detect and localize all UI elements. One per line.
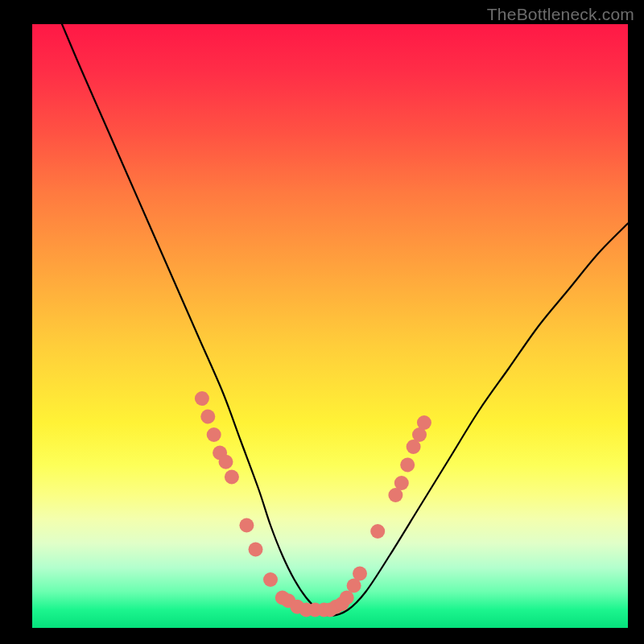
curve-marker (207, 427, 221, 442)
curve-marker (417, 415, 431, 430)
watermark-text: TheBottleneck.com (487, 5, 634, 24)
curve-marker (200, 410, 215, 424)
curve-marker (239, 518, 254, 533)
curve-markers (195, 391, 431, 617)
curve-marker (219, 455, 233, 469)
curve-marker (195, 391, 209, 406)
curve-marker (370, 524, 385, 539)
curve-marker (225, 470, 239, 485)
curve-marker (394, 476, 409, 490)
curve-marker (340, 591, 354, 605)
curve-marker (263, 572, 278, 587)
curve-marker (400, 458, 415, 473)
curve-marker (249, 543, 263, 557)
plot-area (32, 24, 628, 628)
curve-svg (32, 24, 628, 628)
bottleneck-curve (62, 24, 628, 616)
curve-marker (353, 567, 367, 581)
chart-frame: TheBottleneck.com (0, 0, 644, 644)
